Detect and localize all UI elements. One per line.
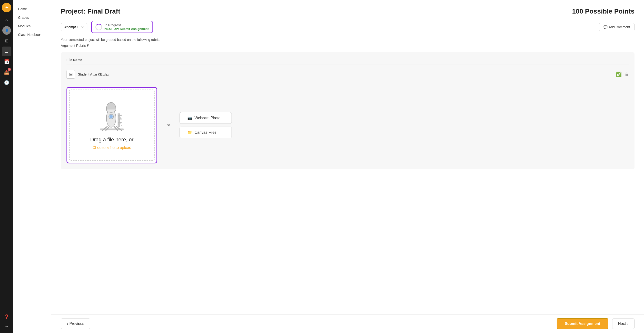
status-sub-text: NEXT UP: Submit Assignment xyxy=(104,27,149,31)
upload-section: File Name ⊞ Student A...n KB.xlsx ✅ 🗑 xyxy=(61,52,634,169)
rubric-info-text: Your completed project will be graded ba… xyxy=(61,38,634,42)
status-main-text: In Progress xyxy=(104,23,149,27)
svg-rect-11 xyxy=(118,118,122,120)
next-chevron-icon: › xyxy=(628,322,628,326)
webcam-photo-button[interactable]: 📷 Webcam Photo xyxy=(180,112,232,124)
footer-right: Submit Assignment Next › xyxy=(556,318,634,329)
main-content: Project: Final Draft 100 Possible Points… xyxy=(51,0,644,333)
courses-icon[interactable]: ☰ xyxy=(2,46,12,56)
attempt-select[interactable]: Attempt 1 xyxy=(61,23,88,31)
drop-zone-wrapper: Drag a file here, or Choose a file to up… xyxy=(66,87,157,164)
rocket-illustration xyxy=(95,100,128,134)
file-check-icon: ✅ xyxy=(616,72,622,77)
next-button[interactable]: Next › xyxy=(612,318,634,329)
file-delete-icon[interactable]: 🗑 xyxy=(624,72,629,77)
nav-grades[interactable]: Grades xyxy=(13,13,51,22)
avatar-icon[interactable]: 👤 xyxy=(2,26,12,35)
nav-modules[interactable]: Modules xyxy=(13,22,51,30)
canvas-files-button[interactable]: 📁 Canvas Files xyxy=(180,126,232,138)
home-icon[interactable]: ⌂ xyxy=(2,15,12,25)
nav-class-notebook[interactable]: Class Notebook xyxy=(13,30,51,39)
logo-icon[interactable]: ✦ xyxy=(2,3,12,12)
add-comment-button[interactable]: 💬 Add Comment xyxy=(599,23,634,31)
svg-rect-10 xyxy=(118,115,122,116)
file-name: Student A...n KB.xlsx xyxy=(78,72,613,76)
nav-home[interactable]: Home xyxy=(13,5,51,13)
inbox-badge: 6 xyxy=(8,68,11,71)
webcam-icon: 📷 xyxy=(187,116,192,120)
status-spinner-icon xyxy=(96,24,102,30)
svg-rect-12 xyxy=(118,122,122,123)
svg-point-8 xyxy=(110,115,112,118)
folder-icon: 📁 xyxy=(187,130,192,135)
or-divider: or xyxy=(165,123,172,127)
history-icon[interactable]: 🕐 xyxy=(2,78,12,88)
choose-file-link[interactable]: Choose a file to upload xyxy=(92,146,131,150)
rubric-link[interactable]: Argument Rubric ⎘ xyxy=(61,44,89,48)
nav-sidebar: Home Grades Modules Class Notebook xyxy=(13,0,51,333)
status-text: In Progress NEXT UP: Submit Assignment xyxy=(104,23,149,31)
file-type-icon: ⊞ xyxy=(66,70,75,78)
status-box: In Progress NEXT UP: Submit Assignment xyxy=(91,21,153,33)
sidebar-collapse-btn[interactable]: → xyxy=(2,322,12,330)
header-row: Project: Final Draft 100 Possible Points xyxy=(61,8,634,15)
file-table-header: File Name xyxy=(66,58,629,65)
help-icon[interactable]: ❓ xyxy=(2,312,12,322)
points-label: 100 Possible Points xyxy=(572,8,634,15)
sidebar: ✦ ⌂ 👤 ⊞ ☰ 📅 📥 6 🕐 ❓ → xyxy=(0,0,13,333)
submit-assignment-button[interactable]: Submit Assignment xyxy=(556,318,608,329)
content-area: Project: Final Draft 100 Possible Points… xyxy=(51,0,644,314)
upload-area: Drag a file here, or Choose a file to up… xyxy=(66,87,629,164)
side-buttons: 📷 Webcam Photo 📁 Canvas Files xyxy=(180,112,232,138)
inbox-icon[interactable]: 📥 6 xyxy=(2,68,12,77)
attempt-row: Attempt 1 In Progress NEXT UP: Submit As… xyxy=(61,21,634,33)
drop-zone[interactable]: Drag a file here, or Choose a file to up… xyxy=(69,90,154,161)
previous-button[interactable]: ‹ Previous xyxy=(61,318,90,329)
previous-chevron-icon: ‹ xyxy=(67,322,68,326)
drag-text: Drag a file here, or xyxy=(90,136,134,143)
calendar-icon[interactable]: 📅 xyxy=(2,57,12,66)
rubric-link-icon: ⎘ xyxy=(87,44,89,48)
page-title: Project: Final Draft xyxy=(61,8,120,15)
footer-bar: ‹ Previous Submit Assignment Next › xyxy=(51,314,644,333)
file-row: ⊞ Student A...n KB.xlsx ✅ 🗑 xyxy=(66,68,629,81)
comment-icon: 💬 xyxy=(604,25,608,29)
dashboard-icon[interactable]: ⊞ xyxy=(2,36,12,46)
